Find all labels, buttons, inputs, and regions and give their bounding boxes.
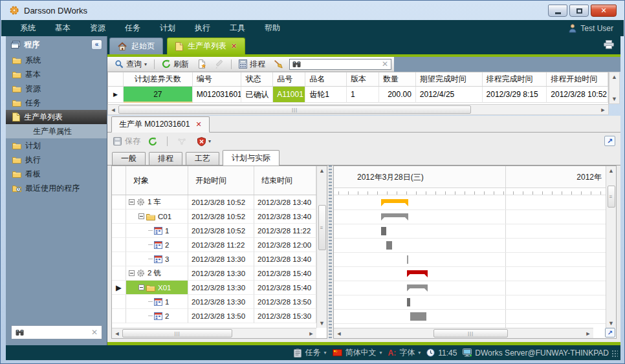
new-button[interactable] — [194, 59, 210, 69]
printer-icon[interactable] — [604, 40, 614, 49]
scroll-right-icon[interactable] — [306, 330, 316, 337]
scroll-down-icon[interactable] — [319, 320, 325, 327]
grid-vertical-scrollbar[interactable] — [609, 72, 620, 104]
sidebar-item[interactable]: 资源 — [6, 81, 107, 96]
tree-end-time-cell[interactable]: 2012/3/28 15:40 — [254, 281, 316, 295]
status-font[interactable]: A: 字体 — [388, 347, 421, 358]
tree-header-marker[interactable] — [112, 166, 126, 195]
doc-refresh-button[interactable] — [145, 136, 160, 147]
tree-object-cell[interactable]: 2 铣 — [126, 266, 188, 281]
detail-tab[interactable]: 排程 — [149, 152, 182, 165]
tree-end-time-cell[interactable]: 2012/3/28 13:50 — [254, 295, 316, 309]
sidebar-item[interactable]: 基本 — [6, 67, 107, 81]
grid-header-cell[interactable]: 计划差异天数 — [124, 72, 193, 86]
sidebar-item[interactable]: 生产单列表 — [6, 110, 107, 124]
scrollbar-thumb[interactable]: ≡ — [318, 205, 326, 250]
grid-header-cell[interactable]: 版本 — [347, 72, 379, 86]
tree-end-time-cell[interactable]: 2012/3/28 11:22 — [254, 224, 316, 238]
grid-header-cell[interactable]: 品名 — [305, 72, 347, 86]
tree-end-time-cell[interactable]: 2012/3/28 15:40 — [254, 266, 316, 281]
detail-tab[interactable]: 计划与实际 — [223, 150, 280, 166]
tree-start-time-cell[interactable]: 2012/3/28 11:22 — [188, 238, 254, 252]
popout-icon[interactable] — [604, 136, 615, 146]
gantt-summary-bar[interactable] — [381, 199, 408, 206]
grid-cell[interactable]: 2012/4/25 — [416, 87, 483, 103]
tree-start-time-cell[interactable]: 2012/3/28 10:52 — [188, 224, 254, 238]
toolbar-search[interactable] — [289, 59, 391, 70]
menu-item[interactable]: 帮助 — [255, 23, 290, 34]
resize-grip[interactable] — [611, 350, 618, 358]
tree-start-time-cell[interactable]: 2012/3/28 13:30 — [188, 252, 254, 266]
scroll-down-icon[interactable] — [611, 96, 617, 102]
gantt-task-bar[interactable] — [386, 241, 393, 250]
tree-object-cell[interactable]: 2 — [126, 238, 188, 252]
tree-object-cell[interactable]: 1 — [126, 295, 188, 309]
grid-cell[interactable]: 27 — [124, 87, 193, 103]
grid-header-cell[interactable]: 编号 — [193, 72, 242, 86]
menu-item[interactable]: 基本 — [45, 23, 80, 34]
save-button[interactable]: 保存 — [113, 136, 140, 147]
menu-item[interactable]: 执行 — [185, 23, 220, 34]
scroll-left-icon[interactable] — [334, 330, 344, 337]
tree-end-time-cell[interactable]: 2012/3/28 13:40 — [254, 209, 316, 224]
grid-header-cell[interactable]: 数量 — [379, 72, 416, 86]
grid-cell[interactable]: 1 — [347, 87, 379, 103]
gantt-summary-bar[interactable] — [407, 270, 428, 277]
clear-search-icon[interactable] — [382, 59, 388, 69]
scroll-left-icon[interactable] — [112, 330, 122, 337]
grid-cell[interactable]: 2012/3/29 8:15 — [483, 87, 547, 103]
tree-object-cell[interactable]: 1 车 — [126, 195, 188, 209]
sidebar-item[interactable]: 执行 — [6, 153, 107, 167]
detail-tab[interactable]: 一般 — [112, 152, 146, 165]
gantt-summary-bar[interactable] — [381, 213, 408, 220]
status-language[interactable]: 简体中文 — [333, 347, 382, 358]
tab-close-icon[interactable] — [231, 42, 237, 50]
sidebar-item[interactable]: 生产单属性 — [6, 124, 107, 138]
sidebar-item[interactable]: 计划 — [6, 138, 107, 153]
user-indicator[interactable]: Test User — [569, 24, 613, 33]
tree-end-time-cell[interactable]: 2012/3/28 13:40 — [254, 252, 316, 266]
tree-end-time-cell[interactable]: 2012/3/28 15:30 — [254, 309, 316, 323]
collapse-minus-icon[interactable] — [129, 270, 135, 276]
scroll-down-icon[interactable] — [608, 320, 614, 327]
scrollbar-thumb[interactable]: ||| — [118, 105, 471, 114]
scroll-up-icon[interactable] — [611, 74, 617, 80]
tree-start-time-cell[interactable]: 2012/3/28 13:30 — [188, 295, 254, 309]
grid-horizontal-scrollbar[interactable]: ||| — [107, 104, 609, 115]
scroll-left-icon[interactable] — [108, 107, 118, 113]
tree-header-cell[interactable]: 开始时间 — [188, 166, 254, 195]
tree-header-cell[interactable]: 对象 — [126, 166, 188, 195]
clear-search-icon[interactable] — [91, 328, 98, 337]
detail-tab[interactable]: 工艺 — [186, 152, 219, 165]
title-bar[interactable]: Darsson DWorks — [1, 1, 624, 20]
minimize-button[interactable] — [548, 5, 567, 17]
gantt-task-bar[interactable] — [410, 312, 426, 321]
tree-object-cell[interactable]: 2 — [126, 309, 188, 323]
collapse-minus-icon[interactable] — [138, 213, 144, 219]
menu-item[interactable]: 资源 — [80, 23, 115, 34]
menu-item[interactable]: 工具 — [220, 23, 255, 34]
query-button[interactable]: 查询 — [111, 58, 150, 70]
schedule-button[interactable]: 排程 — [236, 58, 269, 70]
tree-header-cell[interactable]: 结束时间 — [254, 166, 316, 195]
scroll-right-icon[interactable] — [583, 330, 593, 337]
gantt-horizontal-scrollbar[interactable]: ||| — [334, 328, 593, 338]
tree-row[interactable]: 32012/3/28 13:302012/3/28 13:40 — [112, 252, 327, 266]
sidebar-item[interactable]: 最近使用的程序 — [6, 181, 107, 195]
tree-object-cell[interactable]: X01 — [126, 281, 188, 295]
tree-row[interactable]: 12012/3/28 10:522012/3/28 11:22 — [112, 224, 327, 238]
tab-production-order-list[interactable]: 生产单列表 — [167, 37, 245, 54]
tree-row[interactable]: 2 铣2012/3/28 13:302012/3/28 15:40 — [112, 266, 327, 281]
status-task[interactable]: 任务 — [294, 347, 326, 358]
maximize-button[interactable] — [569, 5, 589, 17]
gantt-task-bar[interactable] — [381, 227, 386, 235]
grid-cell[interactable]: 200.00 — [379, 87, 416, 103]
scrollbar-thumb[interactable]: ≡ — [608, 186, 615, 208]
tree-start-time-cell[interactable]: 2012/3/28 10:52 — [188, 209, 254, 224]
edit-button[interactable] — [212, 59, 227, 69]
tree-start-time-cell[interactable]: 2012/3/28 13:30 — [188, 281, 254, 295]
collapse-minus-icon[interactable] — [129, 199, 135, 205]
grid-header-cell[interactable]: 排程完成时间 — [483, 72, 547, 86]
collapse-minus-icon[interactable] — [138, 284, 144, 290]
grid-header-cell[interactable]: 排程开始时间 — [547, 72, 608, 86]
